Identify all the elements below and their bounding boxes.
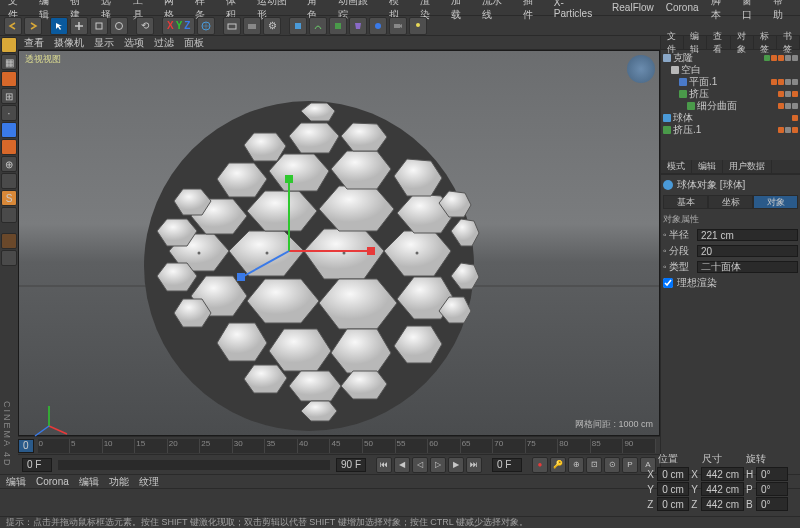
primitive-button[interactable] — [289, 17, 307, 35]
attr-value-field[interactable]: 20 — [697, 245, 798, 257]
om-tab-edit[interactable]: 编辑 — [684, 36, 707, 49]
timeline-tick[interactable]: 0 — [38, 439, 71, 453]
timeline-track[interactable]: 051015202530354045505560657075808590 — [38, 439, 656, 453]
spline-button[interactable] — [309, 17, 327, 35]
scale-tool[interactable] — [90, 17, 108, 35]
timeline-tick[interactable]: 85 — [591, 439, 624, 453]
tag-icon[interactable] — [792, 55, 798, 61]
light-button[interactable] — [409, 17, 427, 35]
key-pos-button[interactable]: ⊕ — [568, 457, 584, 473]
bot-tab-func[interactable]: 功能 — [109, 475, 129, 489]
tag-icon[interactable] — [785, 79, 791, 85]
tree-row[interactable]: 平面.1 — [663, 76, 798, 88]
attr-value-field[interactable]: 二十面体 — [697, 261, 798, 273]
render-view-button[interactable] — [223, 17, 241, 35]
timeline-tick[interactable]: 65 — [461, 439, 494, 453]
vp-menu-camera[interactable]: 摄像机 — [54, 36, 84, 50]
attr-value-field[interactable]: 221 cm — [697, 229, 798, 241]
tree-row[interactable]: 空白 — [663, 64, 798, 76]
vp-menu-display[interactable]: 显示 — [94, 36, 114, 50]
timeline-tick[interactable]: 30 — [233, 439, 266, 453]
model-mode-button[interactable]: ▦ — [1, 54, 17, 70]
attr-subtab-coord[interactable]: 坐标 — [708, 195, 753, 209]
om-tab-bookmarks[interactable]: 书签 — [777, 36, 800, 49]
key-rot-button[interactable]: ⊙ — [604, 457, 620, 473]
timeline-tick[interactable]: 60 — [428, 439, 461, 453]
timeline-tick[interactable]: 75 — [526, 439, 559, 453]
timeline-tick[interactable]: 20 — [168, 439, 201, 453]
deformer-button[interactable] — [349, 17, 367, 35]
range-start-field[interactable]: 0 F — [22, 458, 52, 472]
bot-tab-tex[interactable]: 纹理 — [139, 475, 159, 489]
timeline-tick[interactable]: 10 — [103, 439, 136, 453]
menu-corona[interactable]: Corona — [666, 2, 699, 13]
timeline-tick[interactable]: 25 — [200, 439, 233, 453]
edge-mode-button[interactable] — [1, 122, 17, 138]
environment-button[interactable] — [369, 17, 387, 35]
redo-button[interactable] — [24, 17, 42, 35]
om-tab-view[interactable]: 查看 — [707, 36, 730, 49]
tag-icon[interactable] — [792, 127, 798, 133]
record-button[interactable]: ● — [532, 457, 548, 473]
menu-load[interactable]: 加载 — [451, 0, 470, 22]
point-mode-button[interactable]: · — [1, 105, 17, 121]
key-param-button[interactable]: P — [622, 457, 638, 473]
bot-tab-corona[interactable]: Corona — [36, 476, 69, 487]
make-editable-button[interactable] — [1, 37, 17, 53]
om-tab-file[interactable]: 文件 — [661, 36, 684, 49]
coord-system-button[interactable] — [197, 17, 215, 35]
tag-icon[interactable] — [778, 91, 784, 97]
tag-icon[interactable] — [792, 115, 798, 121]
goto-start-button[interactable]: ⏮ — [376, 457, 392, 473]
om-tab-objects[interactable]: 对象 — [731, 36, 754, 49]
play-back-button[interactable]: ◁ — [412, 457, 428, 473]
tag-icon[interactable] — [771, 55, 777, 61]
render-settings-button[interactable]: ⚙ — [263, 17, 281, 35]
texture-mode-button[interactable] — [1, 71, 17, 87]
coord-value-field[interactable]: 442 cm — [701, 467, 744, 481]
timeline-tick[interactable]: 50 — [363, 439, 396, 453]
timeline-tick[interactable]: 45 — [330, 439, 363, 453]
timeline-tick[interactable]: 15 — [135, 439, 168, 453]
key-scale-button[interactable]: ⊡ — [586, 457, 602, 473]
range-end-field[interactable]: 90 F — [336, 458, 366, 472]
material-button[interactable] — [1, 233, 17, 249]
bot-tab-edit2[interactable]: 编辑 — [79, 475, 99, 489]
step-fwd-button[interactable]: ▶ — [448, 457, 464, 473]
tag-icon[interactable] — [785, 55, 791, 61]
timeline-tick[interactable]: 90 — [623, 439, 656, 453]
current-frame-field[interactable]: 0 F — [492, 458, 522, 472]
attr-tab-edit[interactable]: 编辑 — [692, 160, 723, 173]
timeline-tick[interactable]: 40 — [298, 439, 331, 453]
snap-button[interactable]: S — [1, 190, 17, 206]
timeline-tick[interactable]: 70 — [493, 439, 526, 453]
menu-plugins[interactable]: 插件 — [523, 0, 542, 22]
autokey-button[interactable]: 🔑 — [550, 457, 566, 473]
render-pv-button[interactable] — [243, 17, 261, 35]
undo-button[interactable] — [4, 17, 22, 35]
menu-script[interactable]: 脚本 — [711, 0, 730, 22]
timeline-tick[interactable]: 55 — [396, 439, 429, 453]
tag-icon[interactable] — [792, 103, 798, 109]
vp-menu-panel[interactable]: 面板 — [184, 36, 204, 50]
tag-icon[interactable] — [785, 103, 791, 109]
select-tool[interactable] — [50, 17, 68, 35]
tag-icon[interactable] — [771, 79, 777, 85]
tag-icon[interactable] — [792, 79, 798, 85]
timeline-tick[interactable]: 5 — [70, 439, 103, 453]
coord-value-field[interactable]: 0° — [756, 467, 788, 481]
attr-subtab-basic[interactable]: 基本 — [663, 195, 708, 209]
menu-pipeline[interactable]: 流水线 — [482, 0, 511, 22]
vp-menu-filter[interactable]: 过滤 — [154, 36, 174, 50]
viewport-solo-button[interactable] — [1, 173, 17, 189]
axis-button[interactable]: ⊕ — [1, 156, 17, 172]
tag-icon[interactable] — [778, 127, 784, 133]
polygon-mode-button[interactable] — [1, 139, 17, 155]
workplane-tool-button[interactable] — [1, 207, 17, 223]
attr-tab-user[interactable]: 用户数据 — [723, 160, 772, 173]
attr-tab-mode[interactable]: 模式 — [661, 160, 692, 173]
timeline[interactable]: 0 051015202530354045505560657075808590 — [18, 436, 660, 454]
timeline-tick[interactable]: 80 — [558, 439, 591, 453]
timeline-tick[interactable]: 35 — [265, 439, 298, 453]
generator-button[interactable] — [329, 17, 347, 35]
